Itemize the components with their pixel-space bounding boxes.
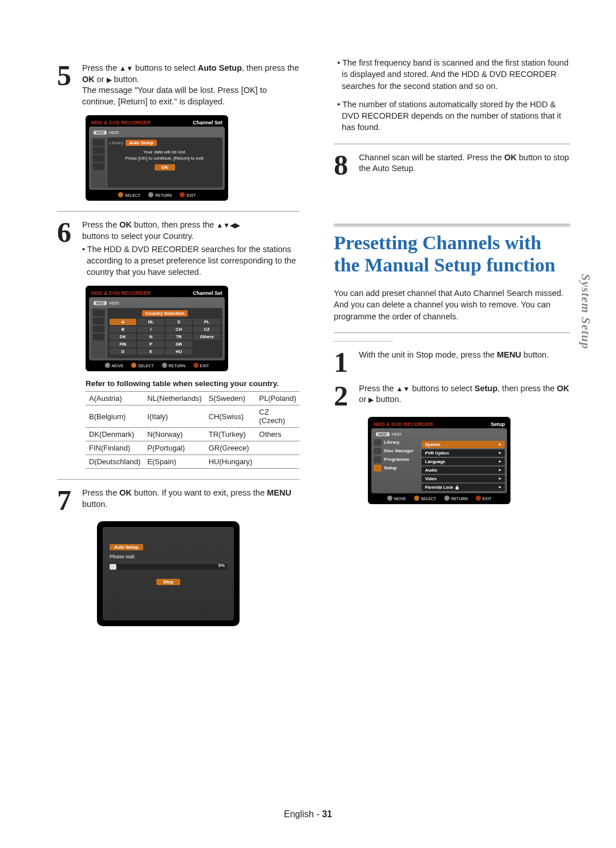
section-intro: You can add preset channel that Auto Cha… <box>334 287 570 322</box>
tv-screenshot-country-selection: HDD & DVD RECORDER Channel Set HDDHDD Co… <box>86 286 228 371</box>
text: Press the <box>82 63 119 72</box>
progress-bar: 3% <box>110 564 227 570</box>
divider <box>334 144 570 144</box>
divider <box>57 479 299 480</box>
setup-icon <box>374 465 382 472</box>
select-hint: SELECT <box>118 192 140 197</box>
move-hint: MOVE <box>105 363 124 368</box>
step-8: 8 Channel scan will be started. Press th… <box>334 152 570 178</box>
up-down-icon <box>119 63 133 72</box>
country-selection-header: Country Selection <box>142 310 188 317</box>
hdd-icon: HDD <box>94 131 107 135</box>
step-7: 7 Press the OK button. If you want to ex… <box>57 488 299 513</box>
divider-small <box>334 341 393 342</box>
auto-setup-header: Auto Setup <box>125 140 157 146</box>
stop-button[interactable]: Stop <box>156 579 180 585</box>
section-title: Presetting Channels with the Manual Setu… <box>334 232 570 276</box>
tv-title: HDD & DVD RECORDER <box>91 120 151 125</box>
info-bullets: • The first frequency band is scanned an… <box>334 57 570 133</box>
tv-sidebar: Library Disc Manager Programme Setup <box>374 439 419 491</box>
step-6: 6 Press the OK button, then press the bu… <box>57 220 299 278</box>
divider <box>57 211 299 212</box>
step-5: 5 Press the buttons to select Auto Setup… <box>57 63 299 107</box>
country-grid: A NL S PL B I CH CZ DK N TR <box>110 319 220 355</box>
menu-item-parental-lock[interactable]: Parental Lock ▸ <box>422 484 505 491</box>
menu-item-audio[interactable]: Audio▸ <box>422 466 505 474</box>
hdd-icon: HDD <box>376 432 389 436</box>
directional-icon <box>216 220 240 229</box>
tv-screenshot-setup-menu: HDD & DVD RECORDER Setup HDDHDD Library … <box>368 417 510 504</box>
menu-item-video[interactable]: Video▸ <box>422 475 505 482</box>
lock-icon <box>455 485 460 490</box>
menu-item-language[interactable]: Language▸ <box>422 458 505 465</box>
tv-screenshot-auto-setup-progress: Auto Setup Please wait. 3% Stop <box>97 521 240 626</box>
please-wait-text: Please wait. <box>110 554 227 559</box>
hdd-icon: HDD <box>94 301 107 305</box>
step-1: 1 With the unit in Stop mode, press the … <box>334 350 570 375</box>
menu-item-system[interactable]: System▸ <box>422 441 505 448</box>
menu-item-pvr[interactable]: PVR Option▸ <box>422 449 505 457</box>
ok-button[interactable]: OK <box>155 164 175 171</box>
section-side-label: System Setup <box>578 274 593 349</box>
return-hint: RETURN <box>148 192 172 197</box>
right-icon <box>368 395 374 404</box>
auto-setup-header: Auto Setup <box>110 544 143 550</box>
setup-menu-list: System▸ PVR Option▸ Language▸ Audio▸ Vid… <box>422 441 505 491</box>
step-number: 5 <box>57 63 76 107</box>
tv-context: Channel Set <box>193 120 222 125</box>
country-table: A(Austria)NL(Netherlands)S(Sweden)PL(Pol… <box>86 391 299 469</box>
country-table-title: Refer to following table when selecting … <box>86 379 299 388</box>
programme-icon <box>374 456 382 463</box>
divider <box>334 332 570 333</box>
tv-sidebar <box>91 137 106 188</box>
library-icon <box>374 439 382 446</box>
progress-percent: 3% <box>218 563 225 568</box>
right-icon <box>107 75 112 84</box>
page-footer: English - 31 <box>0 809 616 819</box>
tv-screenshot-auto-setup-confirm: HDD & DVD RECORDER Channel Set HDDHDD Li… <box>86 115 228 201</box>
exit-hint: EXIT <box>180 192 196 197</box>
disc-manager-icon <box>374 448 382 455</box>
up-down-icon <box>396 384 410 393</box>
step-2: 2 Press the buttons to select Setup, the… <box>334 383 570 409</box>
